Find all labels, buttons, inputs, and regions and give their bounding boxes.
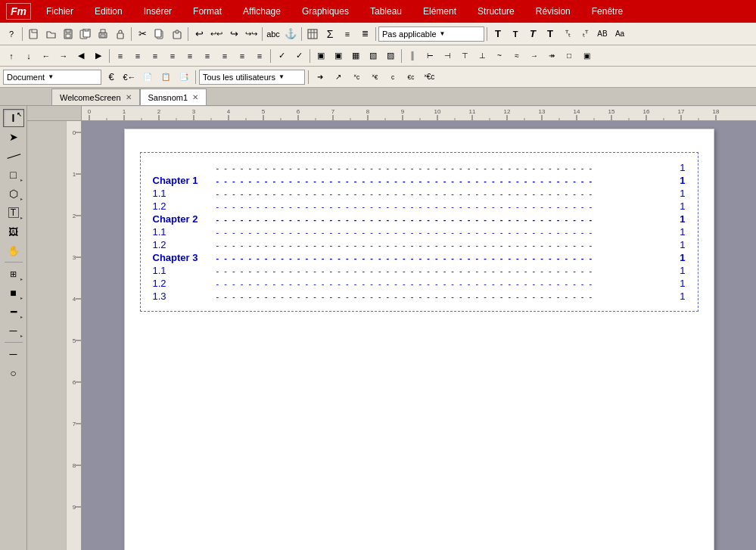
rect-tool[interactable]: □ ▸ bbox=[3, 166, 24, 184]
table-insert-button[interactable] bbox=[304, 26, 321, 42]
list-button[interactable]: ≡ bbox=[339, 26, 356, 42]
align2-button[interactable]: ≡ bbox=[182, 48, 198, 64]
indent-up-button[interactable]: ↑ bbox=[3, 48, 20, 64]
fill-tool[interactable]: ■ ▸ bbox=[3, 284, 24, 302]
align3-button[interactable]: ≡ bbox=[199, 48, 216, 64]
bold-button[interactable]: T bbox=[542, 26, 558, 42]
dash-tool[interactable]: ─ ▸ bbox=[3, 322, 24, 340]
undo2-button[interactable]: ↩↩ bbox=[208, 26, 225, 42]
lock-button[interactable] bbox=[112, 26, 129, 42]
menu-affichage[interactable]: Affichage bbox=[237, 3, 287, 20]
menu-graphiques[interactable]: Graphiques bbox=[296, 3, 355, 20]
wave-button[interactable]: ~ bbox=[491, 48, 508, 64]
save-all-button[interactable] bbox=[77, 26, 94, 42]
frame3-button[interactable]: ▦ bbox=[347, 48, 364, 64]
document-style-select[interactable]: Document ▼ bbox=[3, 70, 101, 85]
line-tools4[interactable]: ⊥ bbox=[474, 48, 490, 64]
print-button[interactable] bbox=[95, 26, 111, 42]
line-tools2[interactable]: ⊣ bbox=[439, 48, 456, 64]
menu-fichier[interactable]: Fichier bbox=[40, 3, 79, 20]
align4-button[interactable]: ≡ bbox=[216, 48, 233, 64]
caps-button[interactable]: Aa bbox=[611, 26, 628, 42]
track4-button[interactable]: ˣ€ bbox=[366, 69, 383, 85]
track3-button[interactable]: ˣc bbox=[348, 69, 365, 85]
doc-btn1[interactable]: 📄 bbox=[139, 69, 156, 85]
tab-sansnom1-close[interactable]: ✕ bbox=[192, 93, 198, 101]
text-tool[interactable]: T ▸ bbox=[3, 204, 24, 222]
new-button[interactable] bbox=[25, 26, 42, 42]
menu-revision[interactable]: Révision bbox=[530, 3, 577, 20]
frame2-button[interactable]: ▣ bbox=[330, 48, 347, 64]
column-button[interactable]: ║ bbox=[404, 48, 421, 64]
cut-button[interactable]: ✂ bbox=[134, 26, 151, 42]
wave2-button[interactable]: ≈ bbox=[509, 48, 525, 64]
menu-tableau[interactable]: Tableau bbox=[364, 3, 408, 20]
track6-button[interactable]: €c bbox=[403, 69, 419, 85]
circle-tool[interactable]: ○ bbox=[3, 364, 24, 382]
users-select[interactable]: Tous les utilisateurs ▼ bbox=[199, 70, 305, 85]
align-left-button[interactable]: ≡ bbox=[112, 48, 129, 64]
open-button[interactable] bbox=[42, 26, 59, 42]
menu-format[interactable]: Format bbox=[187, 3, 228, 20]
format3-button[interactable]: ₜᵀ bbox=[577, 26, 593, 42]
smallcap-button[interactable]: AB bbox=[594, 26, 611, 42]
tab-sansnom1[interactable]: Sansnom1 ✕ bbox=[140, 89, 207, 105]
anchor-button[interactable]: ⚓ bbox=[282, 26, 299, 42]
euro-button[interactable]: € bbox=[103, 69, 120, 85]
hand-tool[interactable]: ✋ bbox=[3, 241, 24, 259]
check2-button[interactable]: ✓ bbox=[291, 48, 307, 64]
euro2-button[interactable]: €← bbox=[121, 69, 138, 85]
tab-welcomescreen[interactable]: WelcomeScreen ✕ bbox=[51, 89, 140, 105]
font-bigger-button[interactable]: T bbox=[490, 26, 506, 42]
menu-inserer[interactable]: Insérer bbox=[138, 3, 178, 20]
paste-button[interactable] bbox=[169, 26, 185, 42]
redo2-button[interactable]: ↪↪ bbox=[243, 26, 260, 42]
frame4-button[interactable]: ▧ bbox=[365, 48, 381, 64]
arrow-button[interactable]: → bbox=[526, 48, 543, 64]
sigma-button[interactable]: Σ bbox=[322, 26, 338, 42]
doc-btn2[interactable]: 📋 bbox=[157, 69, 174, 85]
indent-right-button[interactable]: → bbox=[55, 48, 72, 64]
save-button[interactable] bbox=[60, 26, 76, 42]
align6-button[interactable]: ≡ bbox=[251, 48, 268, 64]
indent-down-button[interactable]: ↓ bbox=[20, 48, 37, 64]
box-button[interactable]: □ bbox=[561, 48, 577, 64]
tab-welcomescreen-close[interactable]: ✕ bbox=[126, 93, 132, 101]
arrow2-button[interactable]: ↠ bbox=[543, 48, 560, 64]
line-style-tool[interactable]: ━ ▸ bbox=[3, 303, 24, 321]
frame-button[interactable]: ▣ bbox=[313, 48, 329, 64]
list2-button[interactable]: ≣ bbox=[356, 26, 373, 42]
menu-element[interactable]: Elément bbox=[417, 3, 462, 20]
track2-button[interactable]: ↗ bbox=[330, 69, 347, 85]
prev-page-button[interactable]: ◀ bbox=[73, 48, 89, 64]
help-button[interactable]: ? bbox=[3, 26, 20, 42]
select-tool[interactable]: I↖ bbox=[3, 109, 24, 127]
menu-structure[interactable]: Structure bbox=[471, 3, 521, 20]
redo-button[interactable]: ↪ bbox=[226, 26, 242, 42]
track5-button[interactable]: c bbox=[384, 69, 401, 85]
hex-tool[interactable]: ⬡ ▸ bbox=[3, 185, 24, 203]
italic-button[interactable]: T bbox=[524, 26, 541, 42]
font-smaller-button[interactable]: T bbox=[507, 26, 524, 42]
align-center-button[interactable]: ≡ bbox=[129, 48, 146, 64]
track1-button[interactable]: ➜ bbox=[312, 69, 328, 85]
align-justify-button[interactable]: ≡ bbox=[164, 48, 181, 64]
align5-button[interactable]: ≡ bbox=[234, 48, 250, 64]
grid-tool[interactable]: ⊞ ▸ bbox=[3, 265, 24, 283]
indent-left-button[interactable]: ← bbox=[38, 48, 54, 64]
menu-edition[interactable]: Edition bbox=[89, 3, 129, 20]
content-area[interactable]: // Ruler ticks will be drawn via JS belo… bbox=[27, 106, 756, 550]
copy-button[interactable] bbox=[151, 26, 168, 42]
frame5-button[interactable]: ▨ bbox=[382, 48, 399, 64]
track7-button[interactable]: ˣ€c bbox=[421, 69, 437, 85]
paragraph-style-dropdown[interactable]: Pas applicable ▼ bbox=[378, 26, 484, 42]
format2-button[interactable]: ᵀₜ bbox=[559, 26, 576, 42]
line-tools1[interactable]: ⊢ bbox=[422, 48, 438, 64]
box2-button[interactable]: ▣ bbox=[578, 48, 595, 64]
spellcheck-button[interactable]: abc bbox=[265, 26, 282, 42]
check-button[interactable]: ✓ bbox=[273, 48, 290, 64]
line-tools3[interactable]: ⊤ bbox=[456, 48, 473, 64]
next-page-button[interactable]: ▶ bbox=[90, 48, 107, 64]
image-tool[interactable]: 🖼 bbox=[3, 222, 24, 241]
undo-button[interactable]: ↩ bbox=[191, 26, 207, 42]
